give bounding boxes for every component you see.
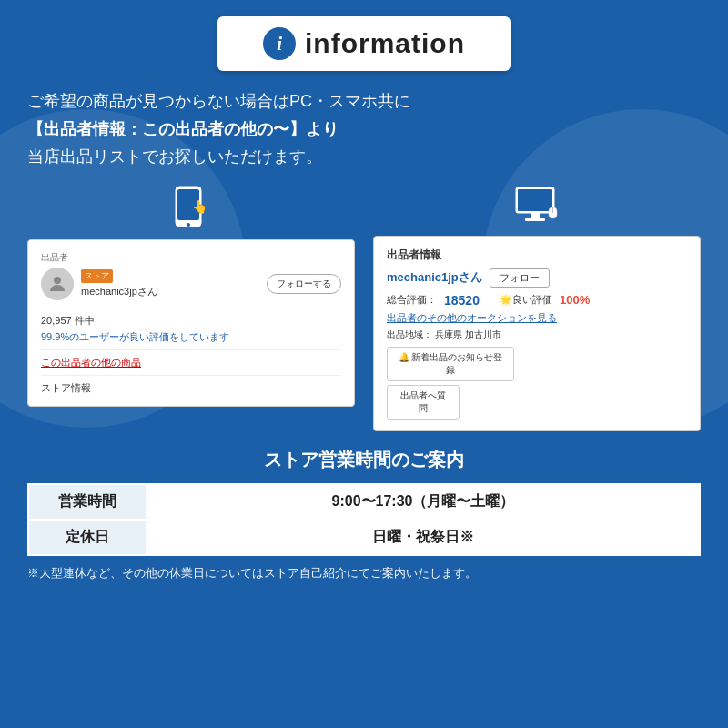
pc-notify-button[interactable]: 🔔 新着出品のお知らせ登録	[387, 347, 514, 381]
mobile-card-section-label: 出品者	[41, 251, 341, 264]
mobile-seller-row: ストア mechanic3jpさん フォローする	[41, 268, 341, 300]
pc-location-label: 出品地域：	[387, 329, 432, 339]
mobile-rating-count: 20,957 件中	[41, 314, 341, 328]
header-title: information	[305, 28, 465, 59]
main-text-line2: 【出品者情報：この出品者の他の〜】より	[27, 120, 339, 138]
pc-follow-button[interactable]: フォロー	[490, 268, 550, 288]
divider	[41, 308, 341, 308]
pc-device-icon	[514, 186, 560, 230]
mobile-follow-button[interactable]: フォローする	[267, 274, 341, 294]
pc-seller-row: mechanic1jpさん フォロー	[387, 268, 687, 288]
hours-row-2: 定休日 日曜・祝祭日※	[28, 520, 700, 555]
svg-point-2	[187, 223, 190, 227]
pc-card-section-title: 出品者情報	[387, 248, 687, 263]
store-badge: ストア	[81, 269, 113, 283]
pc-good-value: 100%	[560, 293, 590, 307]
pc-rating-value: 18520	[444, 293, 480, 308]
pc-rating-row: 総合評価： 18520 🌟良い評価 100%	[387, 293, 687, 308]
info-icon: i	[263, 27, 296, 60]
mobile-column: 👆 出品者 ストア mechanic3jpさん フォローする 20,957 件中	[27, 186, 355, 431]
other-items-link[interactable]: この出品者の他の商品	[41, 356, 341, 369]
pc-column: 出品者情報 mechanic1jpさん フォロー 総合評価： 18520 🌟良い…	[373, 186, 701, 431]
pc-location-value: 兵庫県 加古川市	[435, 329, 501, 339]
mobile-device-icon: 👆	[174, 186, 208, 234]
pc-location: 出品地域： 兵庫県 加古川市	[387, 329, 687, 341]
pc-auction-link[interactable]: 出品者のその他のオークションを見る	[387, 311, 687, 325]
main-text-line1: ご希望の商品が見つからない場合はPC・スマホ共に	[27, 92, 410, 110]
main-description: ご希望の商品が見つからない場合はPC・スマホ共に 【出品者情報：この出品者の他の…	[27, 87, 701, 171]
screenshots-row: 👆 出品者 ストア mechanic3jpさん フォローする 20,957 件中	[27, 186, 701, 431]
hours-row-1: 営業時間 9:00〜17:30（月曜〜土曜）	[28, 484, 700, 520]
pc-card: 出品者情報 mechanic1jpさん フォロー 総合評価： 18520 🌟良い…	[373, 236, 701, 431]
hours-value-2: 日曜・祝祭日※	[147, 520, 700, 555]
hours-value-1: 9:00〜17:30（月曜〜土曜）	[147, 484, 700, 520]
mobile-seller-info: ストア mechanic3jpさん	[81, 268, 157, 298]
hours-label-2: 定休日	[28, 520, 147, 555]
pc-good-label: 🌟良い評価	[500, 293, 552, 307]
hours-label-1: 営業時間	[28, 484, 147, 520]
store-hours-section: ストア営業時間のご案内 営業時間 9:00〜17:30（月曜〜土曜） 定休日 日…	[27, 448, 701, 581]
divider2	[41, 349, 341, 350]
pc-rating-label: 総合評価：	[387, 293, 437, 307]
rating-separator	[487, 295, 492, 306]
main-text-line3: 当店出品リストでお探しいただけます。	[27, 147, 322, 166]
svg-text:👆: 👆	[192, 199, 208, 215]
store-hours-title: ストア営業時間のご案内	[27, 448, 701, 472]
svg-rect-6	[518, 189, 552, 211]
store-info-link[interactable]: ストア情報	[41, 382, 91, 393]
mobile-rating-percent: 99.9%のユーザーが良い評価をしています	[41, 330, 341, 344]
svg-rect-8	[525, 218, 545, 221]
avatar	[41, 268, 74, 300]
svg-point-4	[54, 277, 61, 284]
main-container: i information ご希望の商品が見つからない場合はPC・スマホ共に 【…	[0, 0, 728, 598]
svg-rect-7	[531, 213, 540, 218]
divider3	[41, 375, 341, 376]
hours-table: 営業時間 9:00〜17:30（月曜〜土曜） 定休日 日曜・祝祭日※	[27, 483, 701, 556]
mobile-seller-name: mechanic3jpさん	[81, 285, 157, 298]
store-hours-note: ※大型連休など、その他の休業日についてはストア自己紹介にてご案内いたします。	[27, 565, 701, 581]
header-banner: i information	[217, 16, 511, 71]
pc-question-button[interactable]: 出品者へ質問	[387, 385, 460, 420]
mobile-card: 出品者 ストア mechanic3jpさん フォローする 20,957 件中 9…	[27, 239, 355, 407]
pc-seller-name: mechanic1jpさん	[387, 269, 482, 286]
